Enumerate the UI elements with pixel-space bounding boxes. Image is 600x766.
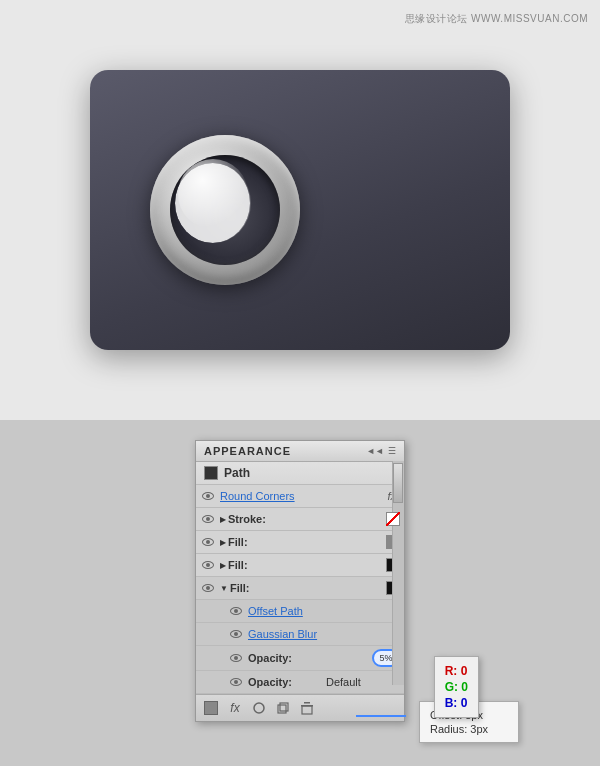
delete-button[interactable]	[298, 699, 316, 717]
eye-icon-4[interactable]	[200, 557, 216, 573]
connector-line	[356, 715, 406, 717]
stroke-row: ▶ Stroke:	[196, 508, 404, 531]
fill-gray-row: ▶ Fill:	[196, 531, 404, 554]
fill-arrow-3: ▼	[220, 584, 228, 593]
radius-tooltip-text: Radius: 3px	[430, 722, 508, 736]
fill-label-2: Fill:	[228, 559, 382, 571]
scrollbar-thumb[interactable]	[393, 463, 403, 503]
svg-rect-1	[278, 705, 286, 713]
dark-card	[90, 70, 510, 350]
path-row: Path	[196, 462, 404, 485]
stroke-swatch	[386, 512, 400, 526]
fill-arrow-2: ▶	[220, 561, 226, 570]
rgb-g-value: G: 0	[445, 679, 468, 695]
add-layer-button[interactable]	[202, 699, 220, 717]
fx-button[interactable]: fx	[226, 699, 244, 717]
eye-icon-9[interactable]	[228, 674, 244, 690]
scrollbar[interactable]	[392, 461, 404, 685]
fill-label-1: Fill:	[228, 536, 382, 548]
opacity-default-row: Opacity: Default	[196, 671, 404, 694]
panel-title: APPEARANCE	[204, 445, 291, 457]
collapse-button[interactable]: ◄◄	[366, 446, 384, 456]
appearance-panel: APPEARANCE ◄◄ ☰ Path Round Corners fx	[195, 440, 405, 722]
round-corners-label[interactable]: Round Corners	[220, 490, 387, 502]
stroke-label: Stroke:	[228, 513, 382, 525]
round-corners-row: Round Corners fx	[196, 485, 404, 508]
stroke-arrow: ▶	[220, 515, 226, 524]
rgb-r-value: R: 0	[445, 663, 468, 679]
eye-icon-1[interactable]	[200, 488, 216, 504]
duplicate-button[interactable]	[274, 699, 292, 717]
fill-black-row: ▶ Fill:	[196, 554, 404, 577]
svg-point-0	[254, 703, 264, 713]
rgb-popup: R: 0 G: 0 B: 0	[434, 656, 479, 718]
inner-circle	[170, 155, 280, 265]
menu-button[interactable]: ☰	[388, 446, 396, 456]
offset-path-label[interactable]: Offset Path	[248, 605, 400, 617]
gaussian-blur-row: Gaussian Blur	[196, 623, 404, 646]
outer-ring	[150, 135, 300, 285]
gaussian-blur-label[interactable]: Gaussian Blur	[248, 628, 400, 640]
highlight-arc	[178, 159, 248, 229]
path-label: Path	[224, 466, 250, 480]
eye-icon-2[interactable]	[200, 511, 216, 527]
path-color-swatch	[204, 466, 218, 480]
eye-icon-6[interactable]	[228, 603, 244, 619]
panel-header: APPEARANCE ◄◄ ☰	[196, 441, 404, 462]
rgb-b-value: B: 0	[445, 695, 468, 711]
circle-container	[150, 135, 300, 285]
bottom-area: APPEARANCE ◄◄ ☰ Path Round Corners fx	[0, 420, 600, 766]
opacity-label-2: Opacity:	[248, 676, 322, 688]
eye-icon-3[interactable]	[200, 534, 216, 550]
eye-icon-7[interactable]	[228, 626, 244, 642]
opacity-default-value: Default	[326, 676, 400, 688]
circle-button[interactable]	[250, 699, 268, 717]
eye-icon-8[interactable]	[228, 650, 244, 666]
eye-icon-5[interactable]	[200, 580, 216, 596]
fill-arrow-1: ▶	[220, 538, 226, 547]
panel-controls: ◄◄ ☰	[366, 446, 396, 456]
opacity-5-row: Opacity: 5%	[196, 646, 404, 671]
offset-path-row: Offset Path	[196, 600, 404, 623]
opacity-label-1: Opacity:	[248, 652, 370, 664]
canvas-area: 思缘设计论坛 WWW.MISSVUAN.COM	[0, 0, 600, 420]
svg-rect-4	[304, 702, 310, 704]
svg-rect-2	[280, 703, 288, 711]
fill-expanded-row: ▼ Fill:	[196, 577, 404, 600]
fill-label-3: Fill:	[230, 582, 382, 594]
watermark: 思缘设计论坛 WWW.MISSVUAN.COM	[405, 12, 588, 26]
svg-rect-5	[302, 706, 312, 714]
